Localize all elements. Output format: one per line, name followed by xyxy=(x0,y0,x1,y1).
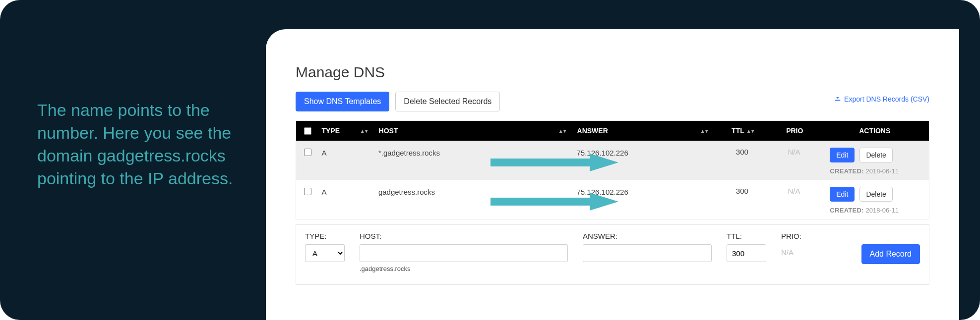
form-label-prio: PRIO: xyxy=(781,232,801,240)
table-row: A *.gadgetress.rocks 75.126.102.226 300 … xyxy=(296,141,929,180)
created-stamp: CREATED: 2018-06-11 xyxy=(830,167,929,175)
sort-icon: ▲▼ xyxy=(558,128,566,134)
cell-prio: N/A xyxy=(768,148,820,156)
delete-button[interactable]: Delete xyxy=(859,187,892,202)
col-header-ttl[interactable]: TTL▲▼ xyxy=(717,127,769,135)
toolbar: Show DNS Templates Delete Selected Recor… xyxy=(296,92,929,111)
col-header-actions: ACTIONS xyxy=(821,127,929,135)
cell-type: A xyxy=(320,187,376,196)
tutorial-card: The name points to the number. Here you … xyxy=(0,0,980,320)
prio-na: N/A xyxy=(781,244,801,257)
cell-type: A xyxy=(320,148,376,157)
edit-button[interactable]: Edit xyxy=(830,187,855,202)
download-icon xyxy=(834,95,841,103)
form-label-ttl: TTL: xyxy=(727,232,766,240)
cell-host: gadgetress.rocks xyxy=(378,188,435,196)
col-header-answer[interactable]: ANSWER▲▼ xyxy=(575,127,717,135)
sort-icon: ▲▼ xyxy=(700,128,708,134)
page-title: Manage DNS xyxy=(296,64,929,81)
table-row: A gadgetress.rocks 75.126.102.226 300 N/… xyxy=(296,180,929,219)
select-all-checkbox[interactable] xyxy=(304,127,311,135)
answer-input[interactable] xyxy=(583,244,712,262)
add-record-button[interactable]: Add Record xyxy=(861,244,920,264)
svg-marker-1 xyxy=(490,193,618,211)
col-header-type[interactable]: TYPE▲▼ xyxy=(319,127,376,135)
ttl-input[interactable] xyxy=(727,244,766,262)
edit-button[interactable]: Edit xyxy=(830,148,855,162)
sort-icon: ▲▼ xyxy=(360,128,368,134)
export-csv-label: Export DNS Records (CSV) xyxy=(844,95,929,103)
pointer-arrow-icon xyxy=(490,191,619,213)
cell-ttl: 300 xyxy=(716,148,768,156)
host-suffix: .gadgetress.rocks xyxy=(360,265,568,272)
pointer-arrow-icon xyxy=(490,152,619,173)
export-csv-link[interactable]: Export DNS Records (CSV) xyxy=(834,95,929,103)
dns-panel: Manage DNS Show DNS Templates Delete Sel… xyxy=(266,29,959,320)
show-dns-templates-button[interactable]: Show DNS Templates xyxy=(296,92,389,111)
cell-host: *.gadgetress.rocks xyxy=(378,149,440,157)
cell-ttl: 300 xyxy=(716,187,768,195)
form-label-type: TYPE: xyxy=(305,232,345,240)
form-label-answer: ANSWER: xyxy=(583,232,712,240)
svg-marker-0 xyxy=(490,154,618,171)
delete-button[interactable]: Delete xyxy=(859,148,892,162)
table-header: TYPE▲▼ HOST▲▼ ANSWER▲▼ TTL▲▼ PRIO ACTION… xyxy=(296,121,929,141)
col-header-host[interactable]: HOST▲▼ xyxy=(377,127,575,135)
row-checkbox[interactable] xyxy=(304,188,311,195)
created-stamp: CREATED: 2018-06-11 xyxy=(830,207,929,214)
type-select[interactable]: A xyxy=(305,244,345,262)
col-header-prio: PRIO xyxy=(769,127,820,135)
delete-selected-button[interactable]: Delete Selected Records xyxy=(395,92,500,111)
row-checkbox[interactable] xyxy=(304,149,311,156)
sort-icon: ▲▼ xyxy=(746,128,754,134)
host-input[interactable] xyxy=(360,244,568,262)
cell-prio: N/A xyxy=(768,187,820,195)
tutorial-caption: The name points to the number. Here you … xyxy=(37,99,236,190)
form-label-host: HOST: xyxy=(360,232,568,240)
add-record-form: TYPE: A HOST: .gadgetress.rocks ANSWER: … xyxy=(296,224,929,285)
dns-records-table: TYPE▲▼ HOST▲▼ ANSWER▲▼ TTL▲▼ PRIO ACTION… xyxy=(296,120,929,219)
